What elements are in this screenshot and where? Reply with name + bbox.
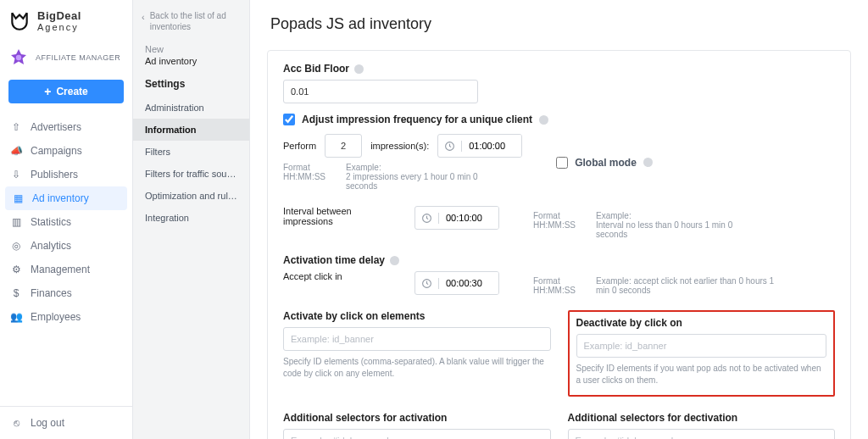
plus-icon: +: [44, 86, 51, 97]
acc-bid-floor-label: Acc Bid Floor: [283, 63, 835, 75]
format-label: Format HH:MM:SS: [533, 211, 581, 239]
perform-time-input[interactable]: [437, 134, 522, 158]
info-icon[interactable]: [354, 64, 364, 74]
users-icon: 👥: [10, 311, 22, 323]
clock-icon: [415, 213, 439, 224]
settings-heading: Settings: [133, 78, 249, 97]
global-mode-label: Global mode: [575, 157, 637, 169]
activate-by-click-label: Activate by click on elements: [283, 310, 551, 322]
nav-label: Management: [31, 264, 90, 275]
adjust-frequency-checkbox[interactable]: Adjust impression frequency for a unique…: [283, 114, 835, 125]
interval-time-input[interactable]: [415, 206, 499, 230]
nav-analytics[interactable]: ◎ Analytics: [0, 234, 132, 258]
info-icon[interactable]: [539, 115, 548, 125]
addl-deactivation-input[interactable]: [568, 429, 836, 439]
nav-campaigns[interactable]: 📣 Campaigns: [0, 139, 132, 163]
settings-filters[interactable]: Filters: [133, 141, 249, 163]
info-icon[interactable]: [643, 158, 653, 167]
nav-advertisers[interactable]: ⇧ Advertisers: [0, 115, 132, 139]
accept-click-field[interactable]: [439, 272, 498, 294]
interval-example-head: Example:: [596, 211, 748, 220]
deactivate-note: Specify ID elements if you want pop ads …: [576, 363, 827, 386]
gear-icon: ⚙: [10, 264, 22, 275]
settings-administration[interactable]: Administration: [133, 97, 249, 119]
nav: ⇧ Advertisers 📣 Campaigns ⇩ Publishers ▦…: [0, 112, 132, 329]
addl-deactivation-label: Additional selectors for dectivation: [568, 412, 836, 424]
perform-count-input[interactable]: [325, 134, 362, 158]
settings-column: ‹ Back to the list of ad inventories New…: [133, 0, 250, 439]
nav-label: Log out: [31, 417, 64, 429]
accept-click-input[interactable]: [415, 271, 499, 295]
nav-label: Statistics: [31, 216, 71, 228]
acc-bid-floor-input[interactable]: [283, 80, 478, 103]
perform-example-body: 2 impressions every 1 hour 0 min 0 secon…: [346, 172, 498, 191]
deactivate-label: Deactivate by click on: [576, 317, 827, 329]
settings-information[interactable]: Information: [133, 119, 249, 141]
clock-icon: [438, 141, 462, 152]
nav-label: Finances: [31, 287, 72, 299]
nav-label: Publishers: [31, 169, 78, 181]
create-button-label: Create: [56, 86, 87, 97]
nav-ad-inventory[interactable]: ▦ Ad inventory: [5, 186, 127, 210]
adjust-frequency-label: Adjust impression frequency for a unique…: [302, 114, 532, 125]
nav-label: Analytics: [31, 240, 71, 252]
brand-name: BigDeal: [37, 10, 81, 22]
grid-icon: ▦: [12, 192, 24, 204]
activation-delay-label: Activation time delay: [283, 254, 835, 266]
crumb-new: New: [133, 44, 249, 54]
format-label: Format HH:MM:SS: [533, 276, 581, 295]
interval-label: Interval between impressions: [283, 206, 398, 226]
back-link[interactable]: ‹ Back to the list of ad inventories: [133, 10, 249, 44]
create-button[interactable]: + Create: [8, 80, 124, 103]
download-icon: ⇩: [10, 169, 22, 181]
nav-finances[interactable]: $ Finances: [0, 281, 132, 305]
form-card: Acc Bid Floor Adjust impression frequenc…: [267, 50, 851, 439]
activate-by-click-input[interactable]: [283, 327, 551, 351]
nav-label: Campaigns: [31, 145, 82, 157]
accept-click-example: Example: accept click not earlier than 0…: [596, 276, 782, 295]
affiliate-badge-icon: [8, 47, 29, 68]
upload-icon: ⇧: [10, 121, 22, 133]
logout-icon: ⎋: [10, 417, 22, 429]
megaphone-icon: 📣: [10, 145, 22, 157]
chevron-left-icon: ‹: [142, 10, 145, 32]
role-row: AFFILIATE MANAGER: [0, 42, 132, 76]
addl-activation-label: Additional selectors for activation: [283, 412, 551, 424]
adjust-frequency-checkbox-input[interactable]: [283, 114, 295, 125]
info-icon[interactable]: [390, 256, 399, 265]
interval-time-field[interactable]: [439, 207, 498, 229]
clock-icon: [415, 278, 439, 289]
nav-label: Ad inventory: [32, 192, 89, 204]
settings-integration[interactable]: Integration: [133, 207, 249, 229]
settings-filters-traffic[interactable]: Filters for traffic sour…: [133, 163, 249, 185]
impressions-label: impression(s):: [370, 141, 429, 151]
page-title: Popads JS ad inventory: [250, 0, 868, 50]
crumb-ad-inventory: Ad inventory: [133, 56, 249, 66]
sidebar: BigDeal Agency AFFILIATE MANAGER + Creat…: [0, 0, 133, 439]
settings-optimization[interactable]: Optimization and rules: [133, 185, 249, 207]
brand: BigDeal Agency: [0, 0, 132, 42]
format-label: Format HH:MM:SS: [283, 163, 331, 191]
nav-management[interactable]: ⚙ Management: [0, 258, 132, 281]
nav-label: Advertisers: [31, 121, 81, 133]
nav-publishers[interactable]: ⇩ Publishers: [0, 163, 132, 186]
accept-click-label: Accept click in: [283, 271, 398, 281]
addl-activation-input[interactable]: [283, 429, 551, 439]
brand-sub: Agency: [37, 22, 81, 32]
activate-note: Specify ID elements (comma-separated). A…: [283, 356, 551, 380]
nav-statistics[interactable]: ▥ Statistics: [0, 210, 132, 234]
deactivate-highlight-box: Deactivate by click on Specify ID elemen…: [568, 310, 836, 397]
nav-label: Employees: [31, 311, 81, 323]
nav-employees[interactable]: 👥 Employees: [0, 305, 132, 329]
brand-logo-icon: [8, 10, 31, 32]
perform-time-field[interactable]: [462, 135, 521, 157]
main: Popads JS ad inventory Acc Bid Floor Adj…: [250, 0, 868, 439]
nav-logout[interactable]: ⎋ Log out: [0, 407, 132, 439]
compass-icon: ◎: [10, 240, 22, 252]
interval-example-body: Interval no less than 0 hours 1 min 0 se…: [596, 220, 748, 239]
global-mode-checkbox-input[interactable]: [556, 157, 568, 169]
role-label: AFFILIATE MANAGER: [36, 53, 120, 62]
svg-point-1: [16, 55, 21, 60]
deactivate-input[interactable]: [576, 334, 827, 358]
global-mode-checkbox[interactable]: Global mode: [556, 134, 653, 191]
